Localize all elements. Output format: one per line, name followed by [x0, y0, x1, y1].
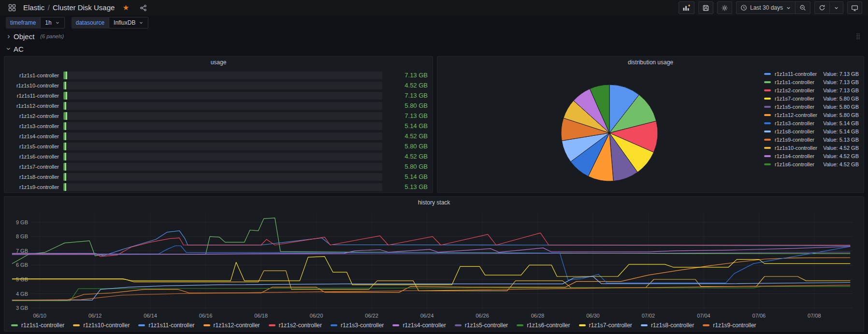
history-legend-item[interactable]: r1z1s9-controller — [703, 322, 756, 329]
history-legend-item[interactable]: r1z1s1-controller — [11, 322, 64, 329]
save-dashboard-button[interactable] — [698, 1, 713, 14]
usage-panel: usage r1z1s1-controller7.13 GBr1z1s10-co… — [4, 56, 433, 193]
legend-swatch — [764, 139, 771, 141]
legend-series-name: r1z1s7-controller — [589, 322, 632, 329]
zoom-out-time-button[interactable] — [795, 2, 810, 14]
x-axis-tick-label: 06/28 — [531, 313, 545, 319]
history-legend-item[interactable]: r1z1s6-controller — [517, 322, 570, 329]
history-legend: r1z1s1-controllerr1z1s10-controllerr1z1s… — [4, 319, 864, 331]
legend-series-value: Value: 5.14 GB — [823, 129, 859, 134]
usage-row-value: 5.80 GB — [382, 143, 428, 150]
dashboards-grid-icon[interactable] — [6, 1, 18, 14]
breadcrumb-separator: / — [47, 4, 51, 12]
x-axis-tick-label: 07/02 — [642, 313, 655, 319]
distribution-usage-panel-title[interactable]: distribution usage — [437, 57, 864, 68]
history-series-line — [12, 231, 850, 256]
usage-row: r1z1s5-controller5.80 GB — [9, 141, 428, 151]
y-axis-tick-label: 4 GB — [16, 291, 28, 297]
legend-series-name: r1z1s12-controller — [214, 322, 260, 329]
usage-row-value: 7.13 GB — [382, 112, 428, 119]
usage-row: r1z1s6-controller4.52 GB — [9, 151, 428, 161]
dashboard-settings-button[interactable] — [717, 1, 732, 14]
pie-legend-item[interactable]: r1z1s12-controllerValue: 5.80 GB — [764, 111, 859, 119]
history-legend-item[interactable]: r1z1s10-controller — [73, 322, 130, 329]
legend-series-name: r1z1s10-controller — [775, 145, 817, 151]
chevron-down-icon: › — [4, 45, 13, 53]
usage-row-label: r1z1s8-controller — [9, 174, 63, 180]
legend-series-name: r1z1s8-controller — [651, 322, 694, 329]
usage-row: r1z1s8-controller5.14 GB — [9, 172, 428, 182]
legend-series-name: r1z1s1-controller — [21, 322, 64, 329]
plus-icon — [688, 5, 690, 7]
usage-bar-fill — [63, 173, 66, 181]
legend-swatch — [455, 324, 462, 326]
usage-row-label: r1z1s7-controller — [9, 164, 63, 170]
x-axis-tick-label: 06/30 — [586, 313, 600, 319]
variable-datasource-picker[interactable]: InfluxDB — [109, 17, 148, 29]
pie-legend-item[interactable]: r1z1s3-controllerValue: 5.14 GB — [764, 119, 859, 127]
history-legend-item[interactable]: r1z1s4-controller — [392, 322, 446, 329]
pie-legend-item[interactable]: r1z1s7-controllerValue: 5.80 GB — [764, 94, 859, 102]
pie-legend-item[interactable]: r1z1s1-controllerValue: 7.13 GB — [764, 78, 859, 86]
usage-bar-gauge: r1z1s1-controller7.13 GBr1z1s10-controll… — [4, 68, 433, 192]
history-series-line — [12, 285, 850, 300]
pie-legend-item[interactable]: r1z1s4-controllerValue: 4.52 GB — [764, 152, 859, 160]
pie-legend-item[interactable]: r1z1s2-controllerValue: 7.13 GB — [764, 86, 859, 94]
add-panel-button[interactable] — [679, 1, 694, 14]
legend-swatch — [764, 81, 771, 83]
x-axis-tick-label: 06/18 — [254, 313, 268, 319]
history-legend-item[interactable]: r1z1s7-controller — [579, 322, 632, 329]
legend-series-name: r1z1s6-controller — [775, 161, 814, 167]
refresh-button[interactable] — [815, 2, 829, 14]
history-legend-item[interactable]: r1z1s5-controller — [455, 322, 508, 329]
time-controls: Last 30 days — [736, 1, 810, 14]
history-legend-item[interactable]: r1z1s11-controller — [138, 322, 194, 329]
x-axis-tick-label: 07/04 — [697, 313, 710, 319]
usage-bar-fill — [63, 183, 66, 191]
usage-row: r1z1s12-controller5.80 GB — [9, 101, 428, 111]
usage-bar-fill — [63, 163, 66, 171]
row-object[interactable]: › Object (6 panels) — [5, 30, 863, 43]
usage-bar-fill — [63, 143, 66, 150]
pie-legend-item[interactable]: r1z1s8-controllerValue: 5.14 GB — [764, 127, 859, 135]
pie-legend-item[interactable]: r1z1s9-controllerValue: 5.13 GB — [764, 135, 859, 144]
usage-row-value: 4.52 GB — [382, 132, 428, 140]
pie-legend-item[interactable]: r1z1s5-controllerValue: 5.80 GB — [764, 102, 859, 111]
x-axis-tick-label: 06/24 — [420, 313, 434, 319]
breadcrumb: Elastic / Cluster Disk Usage — [23, 3, 115, 12]
row-object-title: Object — [14, 32, 34, 41]
legend-series-name: r1z1s12-controller — [775, 112, 817, 118]
history-stack-panel-title[interactable]: history stack — [4, 197, 864, 208]
variable-datasource-label: datasource — [72, 17, 109, 29]
row-drag-handle-icon[interactable] — [856, 33, 860, 40]
variable-timeframe: timeframe 1h — [6, 17, 65, 29]
pie-legend-item[interactable]: r1z1s11-controllerValue: 7.13 GB — [764, 70, 859, 78]
pie-chart — [558, 82, 661, 184]
time-range-picker[interactable]: Last 30 days — [737, 2, 795, 14]
variable-timeframe-picker[interactable]: 1h — [40, 17, 64, 29]
share-icon[interactable] — [137, 1, 149, 14]
history-series-line — [12, 257, 850, 285]
legend-series-value: Value: 4.52 GB — [823, 161, 859, 167]
usage-bar-track — [63, 132, 382, 140]
history-legend-item[interactable]: r1z1s3-controller — [331, 322, 384, 329]
breadcrumb-folder[interactable]: Elastic — [23, 3, 44, 12]
usage-row: r1z1s11-controller7.13 GB — [9, 90, 428, 101]
history-legend-item[interactable]: r1z1s8-controller — [641, 322, 694, 329]
refresh-interval-dropdown[interactable] — [829, 2, 843, 14]
pie-legend-item[interactable]: r1z1s6-controllerValue: 4.52 GB — [764, 160, 859, 168]
usage-panel-title[interactable]: usage — [4, 57, 433, 68]
legend-swatch — [764, 114, 771, 116]
x-axis-tick-label: 07/08 — [808, 313, 821, 319]
magnifier-minus-icon — [799, 4, 806, 11]
usage-row-label: r1z1s5-controller — [9, 144, 63, 149]
pie-legend-item[interactable]: r1z1s10-controllerValue: 4.52 GB — [764, 144, 859, 152]
history-legend-item[interactable]: r1z1s12-controller — [203, 322, 260, 329]
usage-row: r1z1s7-controller5.80 GB — [9, 161, 428, 172]
kiosk-mode-button[interactable] — [847, 1, 862, 14]
y-axis-tick-label: 6 GB — [16, 262, 28, 268]
history-stack-panel: history stack 06/1006/1206/1406/1606/180… — [4, 196, 864, 332]
favorite-star-icon[interactable]: ★ — [119, 1, 132, 14]
row-ac[interactable]: › AC — [5, 43, 863, 55]
history-legend-item[interactable]: r1z1s2-controller — [269, 322, 322, 329]
